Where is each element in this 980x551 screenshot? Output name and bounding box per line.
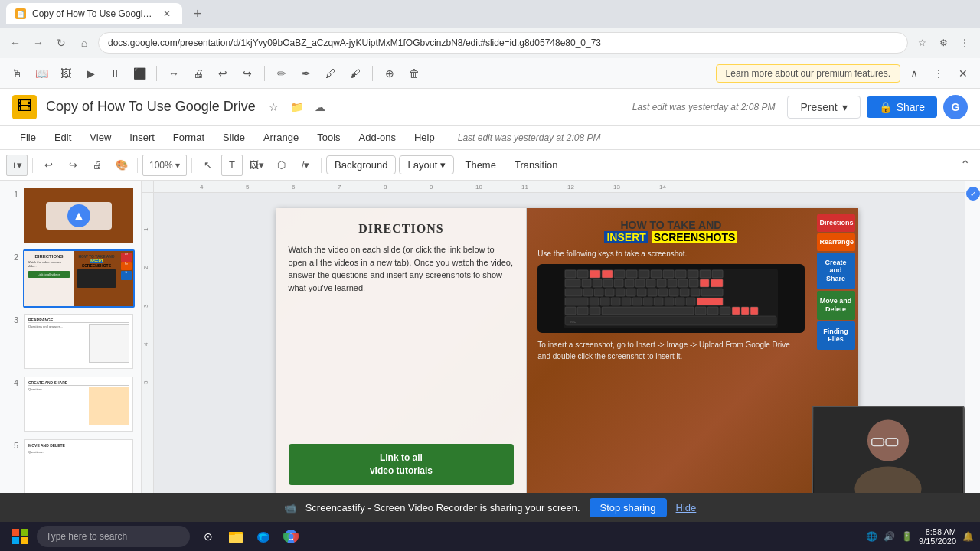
star-icon[interactable]: ☆ [265,98,283,116]
tool-undo[interactable]: ↩ [212,63,234,84]
tool-image[interactable]: 🖼 [55,63,77,84]
slide-preview-5[interactable]: MOVE AND DELETE Questions... [23,438,135,496]
tool-cursor[interactable]: 🖱 [6,63,28,84]
slide-thumb-1[interactable]: 1 ▲ [6,187,135,245]
transition-btn[interactable]: Transition [507,156,566,174]
shape-tool[interactable]: ⬡ [270,155,292,176]
slide-thumb-2[interactable]: 2 DIRECTIONS Watch the video on each sli… [6,249,135,308]
start-btn[interactable] [6,523,34,550]
slide-preview-1[interactable]: ▲ [23,187,135,245]
add-slide-btn[interactable]: +▾ [6,155,28,176]
image-tool[interactable]: 🖼▾ [246,155,267,176]
refresh-btn[interactable]: ↻ [52,34,70,52]
taskbar-file-explorer-btn[interactable] [224,524,248,549]
tool-book[interactable]: 📖 [31,63,52,84]
taskbar-search[interactable] [37,526,190,547]
slide-preview-3[interactable]: REARRANGE Questions and answers... [23,312,135,370]
present-btn[interactable]: Present ▾ [787,96,860,119]
taskbar-volume-icon[interactable]: 🔊 [884,531,895,542]
taskbar-battery-icon[interactable]: 🔋 [901,531,913,542]
print-btn[interactable]: 🖨 [87,155,108,176]
layout-btn[interactable]: Layout ▾ [399,155,454,174]
tool-marker[interactable]: ✒ [296,63,317,84]
svg-rect-74 [707,307,718,315]
menu-arrange[interactable]: Arrange [256,129,306,146]
slide-preview-2[interactable]: DIRECTIONS Watch the video on each slide… [23,249,135,308]
new-tab-btn[interactable]: + [187,3,208,24]
more-btn[interactable]: ⋮ [956,34,974,52]
tool-eraser[interactable]: 🖊 [320,63,341,84]
address-bar[interactable]: docs.google.com/presentation/d/1kjYvy09b… [98,32,908,54]
tab-rearrange[interactable]: Rearrange [817,233,855,251]
video-link-btn[interactable]: Link to all video tutorials [289,444,514,485]
browser-tab[interactable]: 📄 Copy of How To Use Google Dri... ✕ [6,3,182,24]
tool-print[interactable]: 🖨 [188,63,209,84]
tool-add[interactable]: ⊕ [379,63,400,84]
toolbar-collapse[interactable]: ∧ [903,63,925,84]
select-tool[interactable]: ↖ [197,155,218,176]
slide-preview-4[interactable]: CREATE AND SHARE Questions... [23,375,135,433]
menu-addons[interactable]: Add-ons [351,129,403,146]
back-btn[interactable]: ← [6,34,24,52]
slide-thumb-4[interactable]: 4 CREATE AND SHARE Questions... [6,375,135,433]
background-btn[interactable]: Background [326,155,396,174]
menu-tools[interactable]: Tools [309,129,348,146]
menu-help[interactable]: Help [407,129,443,146]
extensions-btn[interactable]: ⚙ [934,34,952,52]
user-avatar[interactable]: G [943,95,968,119]
forward-btn[interactable]: → [29,34,47,52]
taskbar-network-icon[interactable]: 🌐 [866,531,877,542]
share-btn[interactable]: 🔒 Share [867,96,937,118]
tool-stop[interactable]: ⬛ [129,63,150,84]
tab-finding-files[interactable]: Finding Files [817,321,855,350]
svg-rect-89 [12,537,19,544]
tab-directions[interactable]: Directions [817,214,855,232]
menu-format[interactable]: Format [165,129,212,146]
theme-btn[interactable]: Theme [457,156,503,174]
tool-pen[interactable]: ✏ [271,63,292,84]
toolbar-more[interactable]: ⋮ [928,63,949,84]
slide-canvas[interactable]: DIRECTIONS Watch the video on each slide… [276,208,858,499]
svg-text:6: 6 [292,184,296,191]
line-tool[interactable]: /▾ [295,155,316,176]
taskbar-notification-btn[interactable]: 🔔 [962,531,974,542]
taskbar-chrome-btn[interactable] [279,524,303,549]
hide-btn[interactable]: Hide [676,502,697,514]
tool-brush[interactable]: 🖌 [345,63,366,84]
bookmark-btn[interactable]: ☆ [913,34,931,52]
tab-move-delete[interactable]: Move and Delete [817,291,855,320]
slide-thumb-5[interactable]: 5 MOVE AND DELETE Questions... [6,438,135,496]
tool-play[interactable]: ▶ [80,63,101,84]
slide-thumb-3[interactable]: 3 REARRANGE Questions and answers... [6,312,135,370]
svg-rect-24 [651,270,662,278]
svg-rect-93 [229,532,235,535]
menu-slide[interactable]: Slide [215,129,253,146]
redo-btn[interactable]: ↪ [62,155,83,176]
tool-resize[interactable]: ↔ [163,63,185,84]
premium-banner[interactable]: Learn more about our premium features. [716,64,900,83]
toolbar-collapse-btn[interactable]: ⌃ [956,156,974,174]
right-sidebar-icon-1[interactable]: ✓ [966,187,980,201]
menu-edit[interactable]: Edit [47,129,79,146]
paint-format-btn[interactable]: 🎨 [111,155,132,176]
tool-delete[interactable]: 🗑 [403,63,425,84]
taskbar-edge-btn[interactable] [251,524,276,549]
tool-pause[interactable]: ⏸ [104,63,126,84]
tab-create-share[interactable]: Create and Share [817,253,855,289]
text-tool[interactable]: T [221,155,243,176]
svg-rect-52 [658,289,668,296]
menu-file[interactable]: File [12,129,44,146]
home-btn[interactable]: ⌂ [75,34,93,52]
menu-insert[interactable]: Insert [122,129,162,146]
zoom-btn[interactable]: 100% ▾ [142,155,187,176]
undo-btn[interactable]: ↩ [38,155,59,176]
toolbar-close[interactable]: ✕ [952,63,974,84]
svg-rect-29 [712,270,723,278]
tab-close-btn[interactable]: ✕ [161,8,173,20]
taskbar-cortana-btn[interactable]: ⊙ [196,524,220,549]
tool-redo[interactable]: ↪ [237,63,258,84]
folder-icon[interactable]: 📁 [288,98,306,116]
menu-view[interactable]: View [82,129,119,146]
cloud-icon[interactable]: ☁ [311,98,329,116]
stop-sharing-btn[interactable]: Stop sharing [590,498,667,517]
